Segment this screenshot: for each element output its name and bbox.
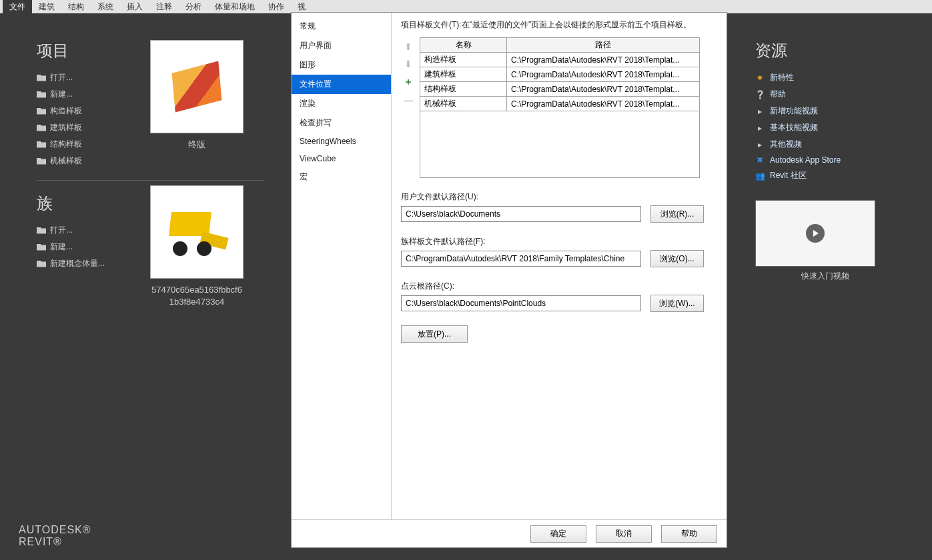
cell-name[interactable]: 建筑样板 — [420, 67, 507, 82]
cell-name[interactable]: 结构样板 — [420, 82, 507, 97]
link-label: 机械样板 — [50, 155, 82, 167]
tab-analyze[interactable]: 分析 — [179, 0, 208, 14]
res-label: 新增功能视频 — [770, 105, 818, 117]
res-label: Autodesk App Store — [770, 155, 841, 165]
table-tools: ⬆ ⬇ ＋ — — [401, 37, 416, 178]
cell-path[interactable]: C:\ProgramData\Autodesk\RVT 2018\Templat… — [507, 67, 700, 82]
family-path-browse-button[interactable]: 浏览(O)... — [650, 250, 704, 267]
user-path-input[interactable] — [401, 206, 641, 222]
help-button[interactable]: 帮助 — [661, 525, 717, 543]
pointcloud-path-browse-button[interactable]: 浏览(W)... — [650, 295, 704, 312]
opt-graphics[interactable]: 图形 — [292, 55, 391, 75]
dialog-body: 常规 用户界面 图形 文件位置 渲染 检查拼写 SteeringWheels V… — [292, 13, 727, 519]
user-path-label: 用户文件默认路径(U): — [401, 191, 717, 203]
appstore-icon: ✖ — [755, 155, 765, 165]
family-thumb-label: 57470c65ea5163fbbcf61b3f8e4733c4 — [150, 284, 244, 308]
opt-rendering[interactable]: 渲染 — [292, 94, 391, 113]
link-label: 建筑样板 — [50, 122, 82, 133]
cell-name[interactable]: 构造样板 — [420, 53, 507, 67]
opt-viewcube[interactable]: ViewCube — [292, 150, 391, 167]
res-new-features-video[interactable]: ▸新增功能视频 — [755, 103, 895, 119]
tab-collaborate[interactable]: 协作 — [262, 0, 291, 14]
res-label: 新特性 — [770, 72, 794, 83]
ok-button[interactable]: 确定 — [530, 525, 586, 543]
res-whats-new[interactable]: ✷新特性 — [755, 69, 895, 86]
pointcloud-path-label: 点云根路径(C): — [401, 281, 717, 292]
move-down-icon[interactable]: ⬇ — [404, 59, 412, 69]
menu-bar: 文件 建筑 结构 系统 插入 注释 分析 体量和场地 协作 视 — [0, 0, 932, 13]
res-label: 其他视频 — [770, 139, 802, 150]
loader-icon — [163, 205, 230, 259]
tab-structure[interactable]: 结构 — [61, 0, 91, 14]
add-icon[interactable]: ＋ — [404, 76, 413, 88]
opt-general[interactable]: 常规 — [292, 17, 391, 36]
opt-spelling[interactable]: 检查拼写 — [292, 113, 391, 133]
cell-path[interactable]: C:\ProgramData\Autodesk\RVT 2018\Templat… — [507, 82, 700, 97]
table-row[interactable]: 机械样板C:\ProgramData\Autodesk\RVT 2018\Tem… — [420, 97, 700, 111]
cell-path[interactable]: C:\ProgramData\Autodesk\RVT 2018\Templat… — [507, 53, 700, 67]
folder-icon — [37, 91, 46, 98]
family-thumb-card[interactable]: 57470c65ea5163fbbcf61b3f8e4733c4 — [150, 185, 244, 308]
move-up-icon[interactable]: ⬆ — [404, 41, 412, 52]
quickstart-video-thumb[interactable] — [755, 200, 875, 267]
resources-panel: 资源 ✷新特性 ❔帮助 ▸新增功能视频 ▸基本技能视频 ▸其他视频 ✖Autod… — [755, 40, 895, 282]
res-essential-video[interactable]: ▸基本技能视频 — [755, 119, 895, 136]
remove-icon[interactable]: — — [404, 95, 413, 105]
table-row[interactable]: 结构样板C:\ProgramData\Autodesk\RVT 2018\Tem… — [420, 82, 700, 97]
opt-ui[interactable]: 用户界面 — [292, 36, 391, 55]
pointcloud-path-input[interactable] — [401, 295, 641, 311]
col-path[interactable]: 路径 — [507, 38, 700, 53]
file-icon — [37, 125, 46, 131]
help-icon: ❔ — [755, 90, 765, 99]
tab-architecture[interactable]: 建筑 — [32, 0, 61, 14]
res-label: Revit 社区 — [770, 170, 807, 181]
res-other-videos[interactable]: ▸其他视频 — [755, 136, 895, 153]
link-label: 新建... — [50, 89, 73, 100]
project-template-mechanical[interactable]: 机械样板 — [37, 153, 264, 169]
cell-name[interactable]: 机械样板 — [420, 97, 507, 111]
options-main: 项目样板文件(T):在"最近使用的文件"页面上会以链接的形式显示前五个项目样板。… — [392, 13, 727, 519]
res-help[interactable]: ❔帮助 — [755, 86, 895, 103]
tab-annotate[interactable]: 注释 — [149, 0, 179, 14]
tab-massing[interactable]: 体量和场地 — [208, 0, 262, 14]
resources-title: 资源 — [755, 40, 895, 61]
col-name[interactable]: 名称 — [420, 38, 507, 53]
brand-line1: AUTODESK® — [19, 524, 91, 536]
opt-file-locations[interactable]: 文件位置 — [292, 75, 391, 94]
res-app-store[interactable]: ✖Autodesk App Store — [755, 153, 895, 167]
file-icon — [37, 158, 46, 165]
tab-file[interactable]: 文件 — [3, 0, 32, 14]
templates-description: 项目样板文件(T):在"最近使用的文件"页面上会以链接的形式显示前五个项目样板。 — [401, 19, 717, 31]
res-label: 帮助 — [770, 89, 786, 100]
file-icon — [37, 108, 46, 115]
table-row[interactable]: 建筑样板C:\ProgramData\Autodesk\RVT 2018\Tem… — [420, 67, 700, 82]
family-path-label: 族样板文件默认路径(F): — [401, 236, 717, 247]
templates-table[interactable]: 名称 路径 构造样板C:\ProgramData\Autodesk\RVT 20… — [420, 37, 700, 111]
play-icon: ▸ — [755, 107, 765, 116]
file-icon — [37, 141, 46, 148]
link-label: 结构样板 — [50, 139, 82, 150]
link-label: 新建概念体量... — [50, 258, 105, 269]
user-path-browse-button[interactable]: 浏览(R)... — [650, 205, 704, 223]
cancel-button[interactable]: 取消 — [596, 525, 652, 543]
brand-logo: AUTODESK® REVIT® — [19, 524, 91, 548]
tab-insert[interactable]: 插入 — [120, 0, 149, 14]
divider — [37, 180, 264, 181]
brand-line2: REVIT® — [19, 536, 91, 548]
places-button[interactable]: 放置(P)... — [401, 325, 468, 343]
res-community[interactable]: 👥Revit 社区 — [755, 167, 895, 184]
opt-macros[interactable]: 宏 — [292, 167, 391, 187]
building-icon — [167, 60, 227, 113]
link-label: 打开... — [50, 225, 73, 236]
table-row[interactable]: 构造样板C:\ProgramData\Autodesk\RVT 2018\Tem… — [420, 53, 700, 67]
play-icon: ▸ — [755, 123, 765, 133]
project-thumb — [150, 40, 244, 133]
opt-steeringwheels[interactable]: SteeringWheels — [292, 133, 391, 150]
tab-systems[interactable]: 系统 — [91, 0, 120, 14]
folder-icon — [37, 227, 46, 234]
cell-path[interactable]: C:\ProgramData\Autodesk\RVT 2018\Templat… — [507, 97, 700, 111]
options-dialog: 常规 用户界面 图形 文件位置 渲染 检查拼写 SteeringWheels V… — [291, 12, 727, 548]
family-path-input[interactable] — [401, 251, 641, 267]
project-thumb-card[interactable]: 终版 — [150, 40, 244, 151]
link-label: 打开... — [50, 72, 73, 83]
